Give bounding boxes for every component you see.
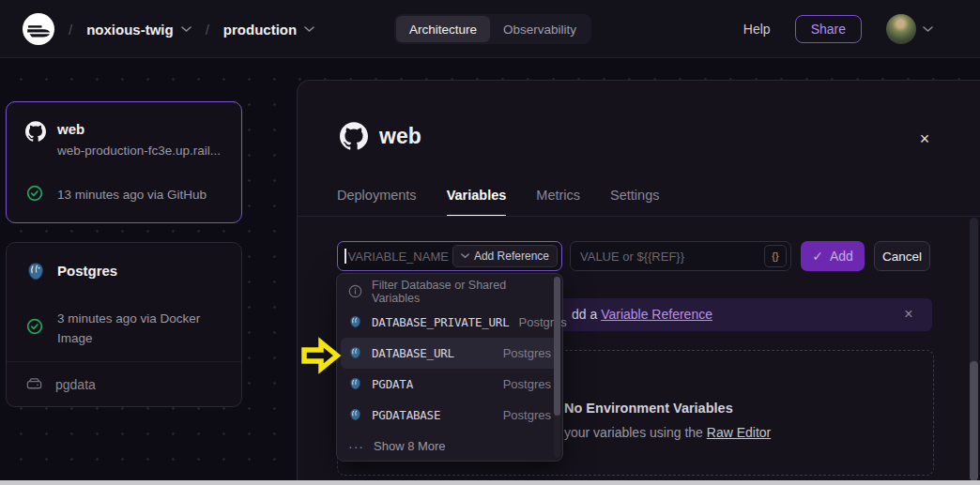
- railway-logo-icon[interactable]: [23, 13, 54, 45]
- tab-settings[interactable]: Settings: [610, 186, 659, 217]
- top-nav-bar: / noxious-twig / production Architecture…: [0, 0, 980, 58]
- chevron-down-icon: [304, 26, 314, 33]
- panel-title: web: [379, 124, 421, 149]
- banner-text: dd a Variable Reference: [572, 307, 712, 322]
- suggestion-pgdatabase[interactable]: PGDATABASE Postgres: [337, 400, 562, 431]
- braces-icon[interactable]: {}: [764, 245, 787, 267]
- tab-architecture[interactable]: Architecture: [396, 16, 490, 42]
- volume-icon: [25, 375, 43, 393]
- variable-name-input[interactable]: VARIABLE_NAME Add Reference: [337, 241, 562, 271]
- add-reference-button[interactable]: Add Reference: [452, 245, 558, 267]
- suggestion-database-url[interactable]: DATABASE_URL Postgres: [341, 338, 559, 369]
- tab-variables[interactable]: Variables: [447, 186, 507, 217]
- volume-name: pgdata: [55, 377, 96, 392]
- text-caret: [345, 249, 346, 264]
- suggestion-database-private-url[interactable]: DATABASE_PRIVATE_URL Postgres: [337, 307, 562, 338]
- variable-suggestions-dropdown: Filter Database or Shared Variables DATA…: [336, 273, 563, 462]
- service-domain: web-production-fc3e.up.rail...: [57, 144, 221, 158]
- service-card-postgres[interactable]: Postgres 3 minutes ago via Docker Image …: [6, 242, 242, 407]
- deploy-success-icon: [26, 318, 43, 339]
- deploy-status: 13 minutes ago via GitHub: [57, 186, 207, 205]
- cancel-button[interactable]: Cancel: [874, 241, 930, 271]
- topbar-actions: Help Share: [743, 0, 933, 58]
- chevron-down-icon: [923, 26, 933, 33]
- raw-editor-link[interactable]: Raw Editor: [707, 425, 771, 440]
- postgres-icon: [348, 377, 362, 391]
- ellipsis-icon: ···: [348, 439, 364, 454]
- dropdown-scrollbar-thumb[interactable]: [554, 277, 560, 416]
- add-button[interactable]: ✓ Add: [801, 241, 865, 271]
- volume-row[interactable]: pgdata: [7, 362, 241, 406]
- filter-hint-row: Filter Database or Shared Variables: [337, 276, 562, 307]
- close-icon[interactable]: ×: [911, 126, 938, 152]
- empty-state-title: No Environment Variables: [564, 401, 733, 416]
- view-switcher: Architecture Observability: [394, 14, 591, 44]
- empty-state-body: your variables using the Raw Editor: [564, 425, 771, 440]
- tab-observability[interactable]: Observability: [490, 16, 590, 42]
- tab-deployments[interactable]: Deployments: [337, 186, 417, 217]
- panel-header: web: [340, 122, 421, 150]
- variable-reference-link[interactable]: Variable Reference: [601, 307, 712, 322]
- service-name: Postgres: [57, 263, 117, 279]
- tab-metrics[interactable]: Metrics: [536, 186, 580, 217]
- show-more-row[interactable]: ··· Show 8 More: [337, 431, 562, 462]
- railway-app: / noxious-twig / production Architecture…: [0, 0, 980, 485]
- postgres-icon: [348, 315, 362, 329]
- deploy-success-icon: [26, 185, 43, 205]
- suggestion-pgdata[interactable]: PGDATA Postgres: [337, 369, 562, 400]
- dropdown-scrollbar[interactable]: [554, 277, 560, 458]
- variable-value-input[interactable]: VALUE or ${{REF}} {}: [570, 241, 791, 271]
- panel-scrollbar-thumb[interactable]: [970, 361, 978, 481]
- postgres-icon: [25, 262, 46, 286]
- help-link[interactable]: Help: [743, 22, 771, 37]
- check-icon: ✓: [812, 249, 823, 264]
- service-name: web: [57, 121, 84, 137]
- panel-scrollbar[interactable]: [970, 218, 978, 481]
- train-icon: [23, 13, 54, 45]
- avatar: [886, 14, 916, 44]
- filter-hint-text: Filter Database or Shared Variables: [372, 279, 551, 305]
- breadcrumb-slash: /: [206, 22, 209, 38]
- account-menu[interactable]: [886, 14, 933, 44]
- tabs-divider: [298, 216, 980, 217]
- breadcrumb: / noxious-twig / production: [23, 0, 314, 58]
- variable-value-placeholder: VALUE or ${{REF}}: [580, 250, 684, 264]
- deploy-status: 3 minutes ago via Docker Image: [57, 310, 222, 349]
- panel-tabs: Deployments Variables Metrics Settings: [337, 186, 659, 217]
- highlight-arrow-annotation: [299, 336, 342, 379]
- close-icon[interactable]: ×: [896, 302, 921, 326]
- breadcrumb-slash: /: [69, 22, 72, 38]
- chevron-down-icon: [181, 26, 191, 33]
- breadcrumb-environment[interactable]: production: [223, 22, 314, 38]
- postgres-icon: [348, 408, 362, 422]
- github-icon: [25, 121, 46, 145]
- chevron-down-icon: [461, 253, 469, 259]
- postgres-icon: [348, 346, 362, 360]
- github-icon: [340, 122, 368, 150]
- window-bottom-edge: [0, 480, 980, 485]
- breadcrumb-project[interactable]: noxious-twig: [86, 22, 191, 38]
- variable-name-placeholder: VARIABLE_NAME: [348, 250, 449, 264]
- info-icon: [348, 284, 362, 298]
- share-button[interactable]: Share: [795, 15, 862, 43]
- service-card-web[interactable]: web web-production-fc3e.up.rail... 13 mi…: [6, 101, 242, 223]
